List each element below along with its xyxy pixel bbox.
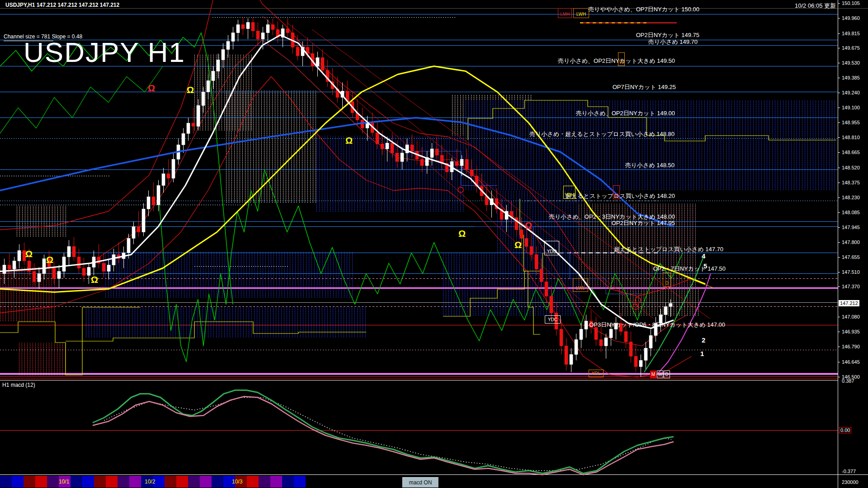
- macd-toggle-button[interactable]: macd ON: [402, 477, 439, 488]
- bull-candle: [13, 261, 16, 269]
- bear-candle: [286, 29, 289, 33]
- level-annotation: 売り小さめ 149.70: [648, 38, 698, 46]
- bear-candle: [634, 357, 637, 367]
- bull-candle: [664, 307, 667, 315]
- session-segment: [47, 476, 59, 488]
- bull-candle: [639, 361, 642, 367]
- price-axis-label: 146.790: [842, 344, 860, 349]
- chart-area[interactable]: [0, 0, 868, 488]
- bear-candle: [152, 197, 155, 205]
- rci-green: [0, 33, 233, 305]
- watermark-symbol-title: USDJPY H1: [24, 36, 185, 68]
- bear-candle: [396, 153, 399, 162]
- bear-candle: [251, 23, 255, 31]
- bull-candle: [609, 329, 613, 338]
- bull-candle: [604, 338, 608, 346]
- price-axis-label: 147.370: [842, 284, 860, 289]
- level-annotation: 超えるとストップロス買い小さめ 148.20: [566, 192, 675, 200]
- bear-candle: [52, 268, 56, 279]
- bull-candle: [246, 23, 250, 29]
- bull-candle: [231, 33, 235, 42]
- bear-candle: [381, 144, 384, 149]
- bear-candle: [545, 282, 548, 296]
- session-segment: [270, 476, 282, 488]
- bear-candle: [361, 120, 364, 128]
- bear-candle: [629, 342, 632, 357]
- bull-candle: [112, 255, 115, 265]
- rci-green: [0, 66, 163, 134]
- timeline-date-label[interactable]: 10/1: [59, 479, 69, 485]
- bull-candle: [217, 60, 220, 71]
- marker-box-W: W: [618, 52, 625, 66]
- level-annotation: 売り小さめ、OP2日NYカット大きめ 149.50: [558, 57, 675, 65]
- session-segment: [176, 476, 188, 488]
- price-axis-label: 149.240: [842, 90, 860, 95]
- bull-candle: [18, 251, 21, 261]
- bull-candle: [147, 197, 150, 209]
- marker-box-D: D: [664, 371, 670, 378]
- bull-candle: [62, 257, 66, 272]
- volume-readout: 230000: [842, 479, 859, 485]
- session-segment: [35, 476, 47, 488]
- omega-pattern-marker: Ω: [25, 249, 33, 259]
- bull-candle: [172, 160, 175, 178]
- bear-candle: [241, 25, 245, 29]
- bull-candle: [570, 355, 573, 365]
- timeline-date-label[interactable]: 10/2: [145, 479, 155, 485]
- price-axis-label: 147.945: [842, 225, 860, 230]
- rci-green: [158, 170, 264, 362]
- timeline-date-label[interactable]: 10/3: [232, 479, 242, 485]
- bull-candle: [57, 272, 61, 279]
- bear-candle: [565, 346, 568, 365]
- price-axis-label: 149.815: [842, 31, 860, 36]
- marker-box-YDC: YDC: [545, 315, 561, 324]
- level-annotation: OP3日NYカット/OP6・8日NYカット大きめ 147.00: [589, 321, 725, 329]
- bull-candle: [236, 25, 240, 33]
- omega-pattern-marker: Ω: [345, 136, 353, 146]
- price-axis-label: 146.645: [842, 359, 860, 365]
- bull-candle: [187, 123, 190, 134]
- bull-candle: [212, 71, 215, 81]
- kijun-line: [475, 227, 642, 294]
- session-segment: [188, 476, 200, 488]
- price-axis-label: 148.665: [842, 150, 860, 155]
- current-price-tag: 147.212: [839, 300, 859, 306]
- price-axis-label: 149.675: [842, 45, 860, 51]
- marker-box-LWL: LWL: [573, 278, 588, 292]
- bear-candle: [33, 272, 36, 282]
- bull-candle: [386, 143, 389, 149]
- macd-signal: [104, 398, 671, 471]
- bear-candle: [192, 123, 195, 127]
- level-annotation: 売り小さめ・超えるとストップロス買い小さめ 148.80: [529, 130, 675, 138]
- omega-pattern-marker: Ω: [46, 255, 53, 265]
- price-axis-label: 148.955: [842, 120, 860, 125]
- session-segment: [212, 476, 223, 488]
- bear-candle: [455, 162, 458, 166]
- price-axis-label: 147.510: [842, 269, 860, 275]
- price-axis-label: 147.080: [842, 314, 860, 319]
- macd-main-green: [93, 390, 674, 474]
- price-axis-label: 149.100: [842, 105, 860, 110]
- bull-candle: [401, 153, 404, 162]
- bull-candle: [142, 209, 145, 232]
- bull-candle: [575, 340, 578, 355]
- wave-count-label: 2: [702, 336, 705, 344]
- bull-candle: [182, 134, 185, 145]
- session-segment: [82, 476, 94, 488]
- bear-candle: [72, 247, 75, 257]
- bull-candle: [669, 304, 672, 307]
- omega-pattern-marker: Ω: [187, 85, 194, 95]
- macd-pane-label: H1 macd (12): [2, 382, 35, 388]
- bull-candle: [132, 227, 135, 239]
- mt4-chart-window: USDJPY,H1 147.212 147.212 147.212 147.21…: [0, 0, 868, 488]
- level-annotation: 売り小さめ、OP2日NYカット 149.00: [576, 109, 675, 117]
- session-segment: [12, 476, 24, 488]
- price-axis-label: 148.085: [842, 210, 860, 215]
- bear-candle: [435, 149, 439, 155]
- bear-candle: [376, 133, 379, 144]
- bull-candle: [197, 106, 200, 127]
- bear-candle: [535, 255, 538, 269]
- bear-candle: [102, 263, 105, 272]
- session-segment: [94, 476, 106, 488]
- level-annotation: 売りやや小さめ、OP7日NYカット 150.00: [588, 5, 699, 14]
